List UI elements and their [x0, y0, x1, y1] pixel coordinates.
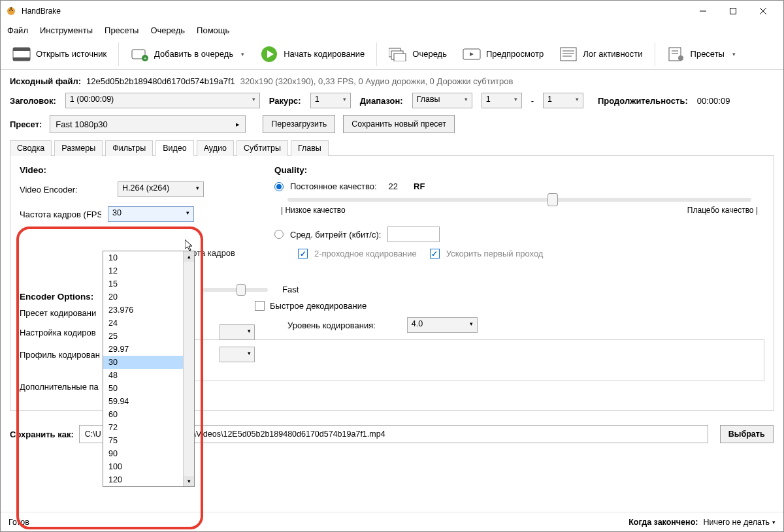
- add-queue-icon: +: [131, 46, 149, 62]
- svg-rect-1: [10, 7, 12, 10]
- tab-summary[interactable]: Сводка: [10, 140, 52, 156]
- tab-dimensions[interactable]: Размеры: [54, 140, 103, 156]
- fps-option[interactable]: 10: [103, 251, 194, 264]
- enc-extra-label: Дополнительные па: [20, 382, 111, 392]
- turbo-label: Ускорить первый проход: [446, 249, 544, 258]
- fps-option[interactable]: 48: [103, 369, 194, 382]
- menu-file[interactable]: Файл: [7, 25, 28, 35]
- browse-button[interactable]: Выбрать: [720, 425, 774, 443]
- queue-icon: [389, 46, 407, 62]
- fast-decode-label: Быстрое декодирование: [270, 301, 367, 311]
- range-dash: -: [531, 96, 534, 106]
- constant-quality-label: Постоянное качество:: [290, 181, 377, 191]
- tab-video[interactable]: Видео: [155, 140, 194, 156]
- tab-audio[interactable]: Аудио: [197, 140, 234, 156]
- fps-option[interactable]: 60: [103, 408, 194, 421]
- menu-tools[interactable]: Инструменты: [40, 25, 93, 35]
- fps-option[interactable]: 23.976: [103, 304, 194, 317]
- avg-bitrate-radio[interactable]: [274, 230, 284, 239]
- video-encoder-select[interactable]: H.264 (x264): [118, 181, 204, 197]
- toolbar-preview[interactable]: Предпросмотр: [457, 44, 549, 65]
- fps-option[interactable]: 50: [103, 382, 194, 395]
- svg-point-3: [12, 10, 13, 11]
- scroll-down-icon[interactable]: ▾: [184, 476, 194, 486]
- svg-rect-21: [561, 48, 576, 61]
- duration-value: 00:00:09: [697, 96, 730, 106]
- menu-presets[interactable]: Пресеты: [105, 25, 139, 35]
- save-as-label: Сохранить как:: [10, 430, 74, 439]
- chevron-down-icon[interactable]: ▾: [772, 519, 776, 525]
- maximize-button[interactable]: [718, 1, 748, 21]
- menu-queue[interactable]: Очередь: [150, 25, 185, 35]
- separator: [118, 42, 119, 66]
- fps-option[interactable]: 15: [103, 277, 194, 290]
- toolbar-presets[interactable]: Пресеты: [662, 44, 741, 65]
- toolbar-start-encode[interactable]: Начать кодирование: [255, 44, 370, 65]
- fps-select[interactable]: 30: [108, 206, 194, 222]
- fps-option[interactable]: 25: [103, 330, 194, 343]
- quality-slider[interactable]: [287, 198, 751, 202]
- fps-option[interactable]: 20: [103, 290, 194, 304]
- toolbar-open-source[interactable]: Открыть источник: [7, 44, 112, 65]
- fps-option[interactable]: 24: [103, 317, 194, 330]
- enc-profile-select[interactable]: [220, 347, 255, 362]
- fps-option[interactable]: 75: [103, 434, 194, 447]
- angle-label: Ракурс:: [269, 96, 301, 106]
- turbo-checkbox[interactable]: [430, 249, 440, 258]
- toolbar-add-queue[interactable]: + Добавить в очередь: [125, 44, 250, 65]
- source-label: Исходный файл:: [10, 76, 81, 86]
- enc-tune-select[interactable]: [220, 324, 255, 340]
- fps-option[interactable]: 100: [103, 460, 194, 473]
- encoder-preset-slider[interactable]: [203, 288, 268, 292]
- quality-heading: Quality:: [274, 165, 764, 175]
- svg-point-28: [678, 55, 683, 61]
- title-select[interactable]: 1 (00:00:09): [65, 93, 260, 108]
- toolbar-queue[interactable]: Очередь: [384, 44, 452, 65]
- close-button[interactable]: [748, 1, 778, 21]
- video-heading: Video:: [20, 165, 255, 175]
- toolbar-queue-label: Очередь: [412, 49, 447, 59]
- preview-icon: [463, 46, 481, 62]
- fps-option[interactable]: 12: [103, 264, 194, 277]
- preset-select[interactable]: Fast 1080p30 ▸: [50, 115, 246, 133]
- range-type-select[interactable]: Главы: [412, 93, 472, 108]
- constant-quality-radio[interactable]: [274, 182, 284, 191]
- dropdown-scrollbar[interactable]: ▴ ▾: [183, 251, 194, 486]
- toolbar: Открыть источник + Добавить в очередь На…: [1, 39, 783, 70]
- fps-option[interactable]: 30: [103, 356, 194, 369]
- svg-rect-5: [730, 8, 736, 14]
- fps-option[interactable]: 120: [103, 473, 194, 486]
- titlebar: HandBrake: [1, 1, 783, 22]
- minimize-button[interactable]: [688, 1, 718, 21]
- range-to-select[interactable]: 1: [543, 93, 583, 108]
- when-done-value[interactable]: Ничего не делать: [703, 518, 770, 527]
- twopass-checkbox[interactable]: [298, 249, 308, 258]
- reload-preset-button[interactable]: Перезагрузить: [263, 115, 335, 133]
- duration-label: Продолжительность:: [598, 96, 688, 106]
- fast-decode-checkbox[interactable]: [255, 301, 265, 311]
- fps-option[interactable]: 29.97: [103, 343, 194, 356]
- fps-option[interactable]: 90: [103, 447, 194, 460]
- level-select[interactable]: 4.0: [407, 317, 478, 333]
- fps-option[interactable]: 59.94: [103, 395, 194, 408]
- save-preset-button[interactable]: Сохранить новый пресет: [343, 115, 455, 133]
- rf-label: RF: [414, 181, 425, 191]
- scroll-up-icon[interactable]: ▴: [184, 251, 194, 262]
- separator: [376, 42, 377, 66]
- twopass-label: 2-проходное кодирование: [314, 249, 417, 258]
- tab-chapters[interactable]: Главы: [291, 140, 329, 156]
- menubar: Файл Инструменты Пресеты Очередь Помощь: [1, 22, 783, 39]
- tab-subtitles[interactable]: Субтитры: [237, 140, 288, 156]
- enc-preset-label: Пресет кодировани: [20, 308, 101, 318]
- angle-select[interactable]: 1: [310, 93, 351, 108]
- fps-option[interactable]: 72: [103, 421, 194, 434]
- menu-help[interactable]: Помощь: [197, 25, 229, 35]
- svg-rect-10: [13, 57, 30, 61]
- play-icon: [260, 46, 278, 62]
- range-from-select[interactable]: 1: [482, 93, 522, 108]
- toolbar-log[interactable]: Лог активности: [554, 44, 647, 65]
- toolbar-preview-label: Предпросмотр: [486, 49, 544, 59]
- tab-filters[interactable]: Фильтры: [105, 140, 153, 156]
- toolbar-open-label: Открыть источник: [36, 49, 106, 59]
- avg-bitrate-input[interactable]: [387, 227, 440, 242]
